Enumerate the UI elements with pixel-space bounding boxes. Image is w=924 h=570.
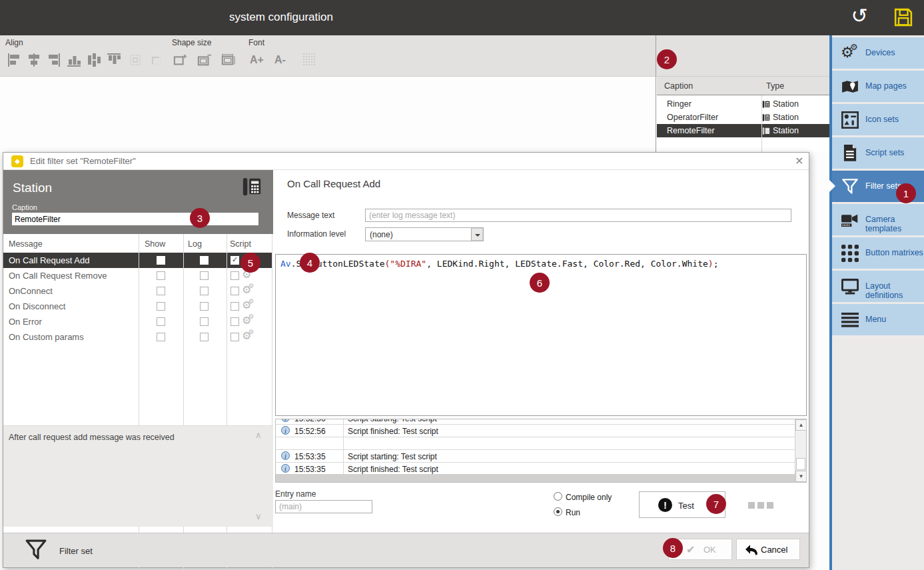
title-bar: system configuration ↺: [0, 0, 924, 35]
app-title: system configuration: [229, 11, 333, 24]
row-caption: RemoteFilter: [667, 126, 715, 135]
information-level-select[interactable]: (none): [365, 227, 484, 241]
station-phone-icon: [242, 177, 262, 199]
category-sidebar: ⚙⚙ Devices Map pages Icon sets Script se…: [829, 35, 924, 570]
sidebar-item-camera-templates[interactable]: Camera templates: [832, 204, 924, 235]
message-name: On Call Request Add: [9, 255, 89, 265]
row-type: Station: [762, 126, 799, 135]
info-icon: i: [281, 451, 290, 460]
shape-size-group-label: Shape size: [172, 38, 211, 47]
align-center-icon[interactable]: [25, 51, 43, 69]
sidebar-item-label: Script sets: [865, 148, 904, 157]
document-icon: [840, 143, 860, 163]
scroll-down-icon[interactable]: ▼: [795, 471, 807, 482]
message-row[interactable]: On Custom params ⚙⚙: [3, 329, 272, 345]
save-icon[interactable]: [894, 8, 913, 29]
sidebar-item-label: Button matrixes: [865, 248, 923, 257]
cancel-button[interactable]: Cancel: [736, 539, 800, 560]
show-checkbox[interactable]: [157, 271, 165, 280]
align-bottom-icon[interactable]: [65, 51, 83, 69]
sidebar-item-map-pages[interactable]: Map pages: [832, 71, 924, 102]
log-checkbox[interactable]: [200, 256, 209, 265]
message-row[interactable]: On Disconnect ⚙⚙: [3, 299, 272, 314]
compile-only-label: Compile only: [566, 493, 612, 502]
show-checkbox[interactable]: [157, 333, 165, 341]
sidebar-item-button-matrixes[interactable]: Button matrixes: [832, 237, 924, 269]
size-increase-icon[interactable]: [172, 51, 189, 69]
snap-shape-icon[interactable]: [127, 51, 144, 69]
check-icon: ✔: [686, 543, 695, 556]
log-checkbox[interactable]: [200, 317, 209, 326]
sidebar-item-menu[interactable]: Menu: [832, 304, 924, 335]
chevron-up-icon[interactable]: ∧: [255, 430, 262, 440]
font-decrease-icon[interactable]: A-: [274, 51, 286, 69]
script-checkbox[interactable]: [231, 302, 239, 311]
message-text-input[interactable]: [365, 209, 791, 222]
log-checkbox[interactable]: [200, 333, 209, 341]
back-arrow-icon: [745, 544, 758, 557]
ok-button-label: OK: [703, 545, 716, 555]
snap-corner-icon[interactable]: [148, 51, 165, 69]
column-separator: [761, 95, 762, 152]
log-row: i 15:53:35 Script starting: Test script: [276, 450, 795, 463]
sidebar-item-layout-definitions[interactable]: Layout definitions: [832, 271, 924, 302]
row-caption: OperatorFilter: [667, 113, 718, 122]
chevron-down-icon[interactable]: ∨: [255, 511, 262, 521]
script-checkbox[interactable]: [231, 317, 239, 326]
message-row[interactable]: OnConnect ⚙⚙: [3, 283, 272, 299]
message-name: OnConnect: [9, 286, 53, 296]
sidebar-item-icon-sets[interactable]: Icon sets: [832, 104, 924, 135]
log-checkbox[interactable]: [200, 287, 209, 295]
log-time: 15:52:56: [294, 419, 326, 423]
sidebar-item-label: Menu: [865, 315, 886, 324]
script-checkbox[interactable]: [231, 271, 239, 280]
station-header-panel: Station Caption: [3, 170, 273, 234]
sidebar-item-script-sets[interactable]: Script sets: [832, 137, 924, 169]
align-left-icon[interactable]: [5, 51, 23, 69]
grid-icon[interactable]: [301, 51, 318, 69]
distribute-icon[interactable]: [85, 51, 103, 69]
message-row[interactable]: On Error ⚙⚙: [3, 314, 272, 329]
chevron-down-icon[interactable]: [471, 228, 483, 241]
show-checkbox[interactable]: [157, 256, 165, 265]
run-radio[interactable]: [554, 507, 562, 516]
message-row-selected[interactable]: On Call Request Add ⚙⚙: [3, 253, 272, 268]
log-checkbox[interactable]: [200, 302, 209, 311]
close-icon[interactable]: ✕: [795, 155, 803, 167]
row-type: Station: [762, 99, 799, 109]
script-gears-icon: ⚙⚙: [242, 284, 255, 297]
scroll-up-icon[interactable]: ▲: [795, 419, 807, 431]
log-text: Script finished: Test script: [348, 427, 438, 436]
script-checkbox[interactable]: [231, 333, 239, 341]
script-checkbox[interactable]: [231, 287, 239, 295]
row-type-label: Station: [773, 126, 799, 135]
message-row[interactable]: On Call Request Remove ⚙⚙: [3, 268, 272, 283]
caption-input[interactable]: [11, 212, 259, 226]
refresh-icon[interactable]: ↺: [847, 4, 871, 27]
table-row-selected[interactable]: RemoteFilter Station: [657, 124, 829, 137]
align-top-icon[interactable]: [105, 51, 123, 69]
message-description: After call request add message was recei…: [9, 433, 175, 442]
message-name: On Disconnect: [9, 301, 65, 311]
funnel-icon: [25, 539, 47, 564]
table-row[interactable]: OperatorFilter Station: [657, 111, 829, 124]
log-checkbox[interactable]: [200, 271, 209, 280]
size-fit-icon[interactable]: [220, 51, 237, 69]
align-group-label: Align: [5, 38, 23, 47]
show-checkbox[interactable]: [157, 317, 165, 326]
font-increase-icon[interactable]: A+: [250, 51, 264, 69]
show-checkbox[interactable]: [157, 302, 165, 311]
entry-name-input[interactable]: [275, 500, 372, 513]
font-group-label: Font: [248, 38, 264, 47]
show-checkbox[interactable]: [157, 287, 165, 295]
sidebar-item-devices[interactable]: ⚙⚙ Devices: [832, 37, 924, 69]
compile-only-radio[interactable]: [554, 492, 562, 501]
script-gears-icon: ⚙⚙: [242, 315, 255, 328]
scrollbar-thumb[interactable]: [796, 458, 805, 470]
funnel-icon: [840, 177, 860, 197]
log-scrollbar[interactable]: ▲ ▼: [795, 419, 806, 482]
table-row[interactable]: Ringer Station: [657, 97, 829, 111]
size-decrease-icon[interactable]: [196, 51, 213, 69]
script-checkbox[interactable]: [231, 256, 239, 265]
align-right-icon[interactable]: [45, 51, 63, 69]
